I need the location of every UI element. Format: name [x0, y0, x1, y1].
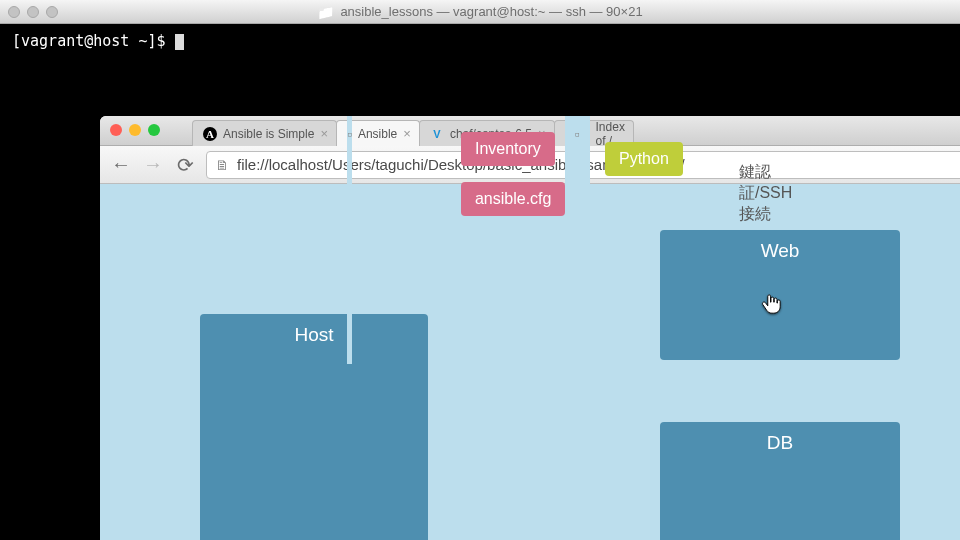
browser-window: A Ansible is Simple × AnsibleInventoryPy…	[100, 116, 960, 540]
host-chip-ansible-cfg: ansible.cfg	[461, 182, 566, 216]
tab-ansible-simple[interactable]: A Ansible is Simple ×	[192, 120, 337, 146]
browser-zoom-icon[interactable]	[148, 124, 160, 136]
terminal-prompt: [vagrant@host ~]$	[12, 32, 175, 50]
close-icon[interactable]: ×	[403, 126, 411, 141]
web-box: Web	[660, 230, 900, 360]
ssh-label: 鍵認証/SSH接続	[739, 162, 792, 225]
host-box: Host	[200, 314, 428, 540]
traffic-zoom-icon[interactable]	[46, 6, 58, 18]
tab-label: Ansible	[358, 127, 397, 141]
browser-min-icon[interactable]	[129, 124, 141, 136]
terminal-titlebar: ansible_lessons — vagrant@host:~ — ssh —…	[0, 0, 960, 24]
host-title: Host	[200, 314, 428, 352]
ansible-icon: A	[203, 127, 217, 141]
terminal-title: ansible_lessons — vagrant@host:~ — ssh —…	[340, 4, 642, 19]
traffic-min-icon[interactable]	[27, 6, 39, 18]
page-content: Host Web DB	[100, 184, 960, 540]
host-chip-inventory: Inventory	[461, 132, 555, 166]
traffic-close-icon[interactable]	[8, 6, 20, 18]
back-button[interactable]: ←	[110, 153, 132, 176]
file-icon: 🗎	[215, 157, 229, 173]
db-box: DB	[660, 422, 900, 540]
vagrant-icon: V	[430, 127, 444, 141]
forward-button[interactable]: →	[142, 153, 164, 176]
tab-strip: A Ansible is Simple × AnsibleInventoryPy…	[100, 116, 960, 146]
folder-icon	[317, 4, 340, 20]
web-title: Web	[660, 230, 900, 268]
tab-ansible[interactable]: AnsibleInventoryPythonansible.cfgApacheP…	[336, 120, 420, 146]
reload-button[interactable]: ⟳	[174, 153, 196, 177]
db-title: DB	[660, 422, 900, 460]
browser-close-icon[interactable]	[110, 124, 122, 136]
terminal-cursor	[175, 34, 184, 50]
close-icon[interactable]: ×	[320, 126, 328, 141]
host-chip-python: Python	[605, 142, 683, 176]
tab-label: Ansible is Simple	[223, 127, 314, 141]
page-icon: AnsibleInventoryPythonansible.cfgApacheP…	[347, 116, 352, 364]
